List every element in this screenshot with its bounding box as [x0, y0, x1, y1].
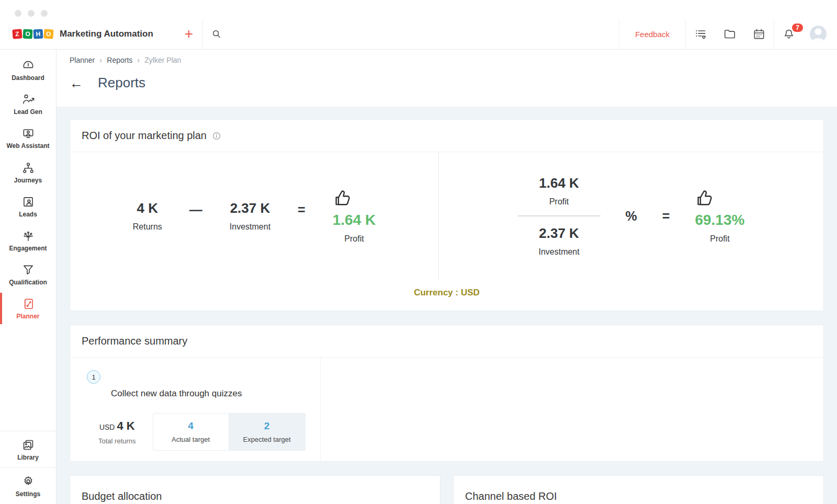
expected-target-box: 2 Expected target [229, 413, 306, 451]
currency-note: Currency : USD [70, 280, 823, 311]
journeys-icon [21, 161, 35, 175]
sidebar-item-engagement[interactable]: Engagement [0, 223, 56, 257]
window-zoom-button[interactable] [41, 10, 48, 17]
denominator-value: 2.37 K [539, 225, 579, 242]
sidebar-item-label: Qualification [9, 279, 47, 286]
returns-label: Returns [133, 222, 162, 232]
total-returns-value: 4 K [117, 419, 134, 432]
investment-label: Investment [230, 222, 270, 232]
total-returns-block: USD 4 K Total returns [98, 413, 136, 451]
sidebar-item-label: Web Assistant [6, 143, 49, 150]
investment-value: 2.37 K [230, 200, 270, 216]
total-returns-label: Total returns [98, 437, 136, 445]
calendar-icon [752, 27, 766, 41]
actual-target-box: 4 Actual target [153, 413, 229, 451]
investment-block: 2.37 K Investment [230, 200, 270, 232]
sidebar-item-label: Leads [19, 211, 37, 218]
performance-summary-card: Performance summary 1 Collect new data t… [70, 325, 824, 462]
roi-card-title: ROI of your marketing plan [82, 130, 207, 142]
zoho-logo: Z O H O [13, 29, 53, 39]
total-returns-currency: USD [99, 423, 115, 431]
breadcrumb-reports[interactable]: Reports [107, 56, 132, 64]
app-title: Marketing Automation [60, 29, 153, 39]
profit-investment-fraction: 1.64 K Profit 2.37 K Investment [518, 175, 601, 257]
window-controls [15, 10, 48, 17]
window-minimize-button[interactable] [28, 10, 35, 17]
brand: Z O H O Marketing Automation [0, 29, 153, 39]
numerator-value: 1.64 K [539, 175, 579, 191]
breadcrumb-planner[interactable]: Planner [70, 56, 95, 64]
sidebar-item-label: Journeys [14, 177, 42, 184]
performance-empty-area [321, 358, 823, 461]
tasks-button[interactable] [686, 27, 715, 41]
sidebar-item-journeys[interactable]: Journeys [0, 155, 56, 189]
minus-operator: — [189, 202, 202, 217]
list-with-heart-icon [694, 27, 707, 41]
notifications-button[interactable]: 7 [774, 27, 804, 41]
task-number-badge: 1 [87, 370, 100, 384]
actual-target-label: Actual target [172, 436, 210, 443]
sidebar-item-label: Lead Gen [14, 109, 42, 116]
sidebar-item-leads[interactable]: Leads [0, 189, 56, 223]
sidebar-item-planner[interactable]: Planner [0, 291, 56, 325]
search-button[interactable] [203, 28, 230, 40]
expected-target-label: Expected target [243, 436, 291, 443]
roi-card: ROI of your marketing plan 4 K Returns — [70, 119, 824, 311]
profit-value: 1.64 K [333, 212, 376, 228]
sidebar: Dashboard Lead Gen Web Assi [0, 50, 56, 504]
info-icon[interactable] [212, 131, 221, 141]
create-new-button[interactable]: + [175, 27, 202, 41]
numerator-label: Profit [549, 197, 569, 207]
sidebar-item-label: Dashboard [12, 75, 44, 82]
budget-card-title: Budget allocation [82, 490, 162, 502]
feedback-link[interactable]: Feedback [619, 30, 685, 39]
task-summary-panel: 1 Collect new data through quizzes USD 4… [70, 358, 321, 461]
logo-letter: O [43, 29, 53, 39]
logo-letter: O [23, 29, 33, 39]
page-title: Reports [98, 75, 145, 91]
files-button[interactable] [715, 27, 744, 41]
roi-percentage-equation: 1.64 K Profit 2.37 K Investment % = [439, 152, 823, 280]
equals-operator: = [298, 202, 306, 217]
returns-value: 4 K [133, 200, 162, 216]
channel-roi-card: Channel based ROI [453, 475, 824, 504]
budget-allocation-card: Budget allocation [70, 475, 440, 504]
library-icon [21, 438, 35, 452]
profit-label: Profit [333, 234, 376, 244]
logo-letter: Z [12, 29, 22, 39]
sidebar-item-settings[interactable]: Settings [0, 467, 56, 504]
sidebar-spacer [0, 326, 56, 431]
sidebar-item-label: Library [17, 454, 39, 461]
notification-badge: 7 [791, 22, 804, 33]
leads-icon [21, 195, 35, 209]
percent-operator: % [626, 209, 637, 224]
breadcrumb: Planner › Reports › Zylker Plan [56, 54, 837, 70]
thumbs-up-icon [333, 189, 376, 209]
sidebar-item-lead-gen[interactable]: Lead Gen [0, 87, 56, 121]
top-bar: Z O H O Marketing Automation + Feedback [0, 0, 837, 50]
back-arrow-icon[interactable]: ← [70, 76, 83, 90]
roi-percent-label: Profit [695, 234, 744, 244]
schedule-button[interactable] [744, 27, 774, 41]
gear-icon [21, 475, 35, 488]
logo-letter: H [33, 29, 43, 39]
sidebar-item-label: Engagement [9, 245, 47, 252]
sidebar-item-dashboard[interactable]: Dashboard [0, 53, 56, 87]
search-icon [211, 28, 222, 40]
thumbs-up-icon [695, 189, 744, 209]
breadcrumb-separator: › [99, 55, 102, 64]
web-assistant-icon [21, 127, 35, 140]
planner-icon [21, 297, 35, 311]
page-header: Planner › Reports › Zylker Plan ← Report… [56, 50, 837, 107]
expected-target-value: 2 [264, 420, 270, 432]
task-title: Collect new data through quizzes [111, 388, 310, 399]
sidebar-item-qualification[interactable]: Qualification [0, 257, 56, 291]
sidebar-item-library[interactable]: Library [0, 431, 56, 467]
channel-card-title: Channel based ROI [465, 490, 557, 502]
engagement-icon [21, 229, 35, 243]
sidebar-item-web-assistant[interactable]: Web Assistant [0, 121, 56, 155]
window-close-button[interactable] [15, 10, 21, 17]
user-avatar[interactable] [810, 26, 827, 42]
breadcrumb-zylker-plan: Zylker Plan [144, 56, 181, 64]
actual-target-value: 4 [188, 420, 194, 432]
